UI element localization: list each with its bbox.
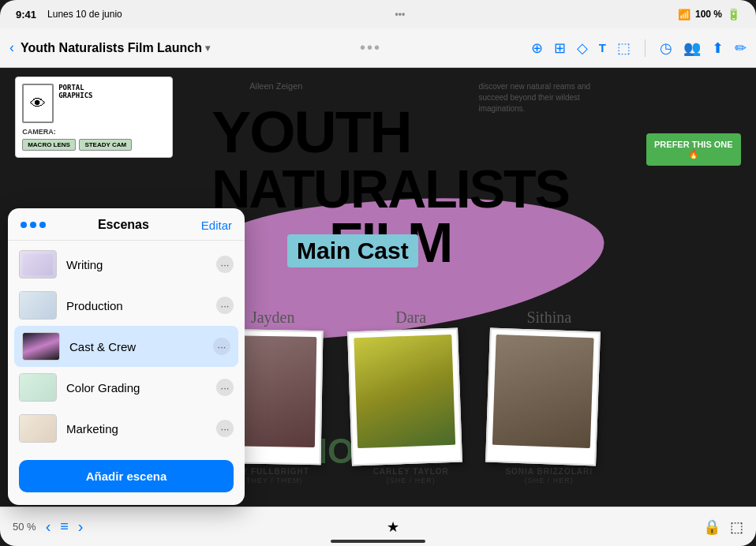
- scene-name-color: Color Grading: [66, 381, 207, 395]
- share-icon[interactable]: ⬆: [712, 39, 724, 57]
- prefer-note: PREFER THIS ONE 🔥: [646, 133, 741, 166]
- scene-item-color[interactable]: Color Grading ···: [8, 367, 245, 408]
- panel-edit-button[interactable]: Editar: [201, 219, 232, 232]
- shapes-icon[interactable]: ◇: [577, 39, 588, 57]
- toolbar-left: ‹ Youth Naturalists Film Launch ▾: [9, 39, 210, 56]
- figure-sketch: 👁: [22, 84, 54, 123]
- wifi-icon: 📶: [678, 9, 691, 21]
- title-naturalists: NAtURALISTS: [211, 162, 569, 215]
- panel-dot-1: [21, 222, 27, 228]
- toolbar: ‹ Youth Naturalists Film Launch ▾ ••• ⊕ …: [0, 28, 756, 68]
- steady-cam-tag: STEADY CAM: [79, 139, 132, 151]
- title-text: Youth Naturalists Film Launch: [21, 41, 202, 55]
- scene-name-writing: Writing: [66, 258, 207, 271]
- document-title[interactable]: Youth Naturalists Film Launch ▾: [21, 41, 210, 55]
- edit-pen-icon[interactable]: ✏: [735, 39, 747, 57]
- scene-more-cast[interactable]: ···: [213, 338, 230, 355]
- scene-thumbnail-production: [19, 291, 57, 320]
- ipad-frame: 9:41 Lunes 10 de junio ••• 📶 100 % 🔋 ‹ Y…: [0, 0, 756, 546]
- home-indicator: [331, 540, 425, 543]
- bottom-left: 50 % ‹ ≡ ›: [13, 518, 84, 536]
- scene-thumbnail-writing: [19, 250, 57, 279]
- scene-name-production: Production: [66, 299, 207, 312]
- battery-icon: 🔋: [727, 8, 740, 21]
- cast-name-3: SONIA BRIZZOLARI: [488, 467, 610, 476]
- main-cast-label: Main Cast: [287, 234, 418, 267]
- slide-panel: Escenas Editar Writing ··· Production: [8, 208, 245, 505]
- panel-dots[interactable]: [21, 222, 46, 228]
- panel-title: Escenas: [98, 218, 149, 232]
- layout-icon[interactable]: ⬚: [730, 518, 743, 536]
- status-center-dots: •••: [395, 9, 406, 20]
- cast-sig-2: Dara: [350, 309, 472, 327]
- zoom-level[interactable]: 50 %: [13, 521, 36, 533]
- scene-thumbnail-marketing: [19, 414, 57, 443]
- scene-more-color[interactable]: ···: [216, 379, 234, 396]
- polaroid-3: [485, 328, 601, 466]
- description-text: discover new natural reams and succeed b…: [478, 81, 604, 114]
- cast-sig-3: Sithina: [488, 309, 610, 327]
- table-icon[interactable]: ⊞: [554, 39, 566, 57]
- chevron-down-icon: ▾: [205, 43, 210, 54]
- status-left: 9:41 Lunes 10 de junio: [16, 9, 122, 21]
- scene-item-cast[interactable]: Cast & Crew ···: [14, 326, 238, 367]
- cast-pronouns-3: (SHE / HER): [488, 477, 610, 484]
- panel-header: Escenas Editar: [8, 208, 245, 241]
- people-icon[interactable]: 👥: [683, 39, 701, 57]
- cast-photo-3: Sithina SONIA BRIZZOLARI (SHE / HER): [488, 309, 610, 484]
- scene-more-marketing[interactable]: ···: [216, 420, 234, 437]
- portal-graphics-label: PORTALGRAPHICS: [58, 84, 92, 99]
- status-right: 📶 100 % 🔋: [678, 8, 740, 21]
- scene-item-writing[interactable]: Writing ···: [8, 244, 245, 285]
- cast-pronouns-2: (SHE / HER): [350, 477, 472, 484]
- scene-thumbnail-color: [19, 373, 57, 402]
- divider: [645, 39, 646, 57]
- scene-more-writing[interactable]: ···: [216, 256, 234, 273]
- image-icon[interactable]: ⬚: [617, 39, 631, 57]
- cast-photo-2: Dara CARLEY TAYLOR (SHE / HER): [350, 309, 472, 484]
- camera-label: CAMERA:: [22, 128, 166, 136]
- photo-inner-2: [354, 335, 456, 448]
- toolbar-center: •••: [360, 39, 381, 57]
- lock-icon[interactable]: 🔒: [703, 518, 720, 536]
- scene-name-marketing: Marketing: [66, 422, 207, 436]
- scene-list: Writing ··· Production ··· Cast & Crew ·…: [8, 241, 245, 452]
- macro-lens-tag: MACRO LENS: [22, 139, 76, 151]
- back-button[interactable]: ‹: [9, 39, 14, 56]
- panel-dot-2: [30, 222, 36, 228]
- scene-name-cast: Cast & Crew: [69, 340, 204, 353]
- scene-item-production[interactable]: Production ···: [8, 285, 245, 326]
- polaroid-2: [347, 328, 462, 466]
- cast-photos: Jayden TY FULLBRIGHT (THEY / THEM) Dara …: [211, 309, 756, 484]
- bottom-right: 🔒 ⬚: [703, 518, 743, 536]
- add-scene-button[interactable]: Añadir escena: [19, 460, 234, 492]
- bottom-center: ★: [387, 518, 399, 536]
- toolbar-dots: •••: [360, 39, 381, 57]
- list-view-icon[interactable]: ≡: [60, 518, 69, 535]
- battery-level: 100 %: [695, 9, 722, 20]
- star-icon[interactable]: ★: [387, 518, 399, 536]
- scene-thumbnail-cast: [22, 332, 60, 361]
- status-time: 9:41: [16, 9, 36, 21]
- camera-card: 👁 PORTALGRAPHICS CAMERA: MACRO LENS STEA…: [15, 77, 173, 158]
- add-circle-icon[interactable]: ⊕: [531, 39, 543, 57]
- prev-arrow[interactable]: ‹: [46, 518, 51, 536]
- text-icon[interactable]: T: [599, 41, 606, 54]
- toolbar-right: ⊕ ⊞ ◇ T ⬚ ◷ 👥 ⬆ ✏: [531, 39, 747, 57]
- scene-item-marketing[interactable]: Marketing ···: [8, 408, 245, 449]
- aileen-label: Aileen Zeigen: [249, 81, 302, 91]
- clock-icon[interactable]: ◷: [660, 39, 672, 57]
- cast-name-2: CARLEY TAYLOR: [350, 467, 472, 476]
- next-arrow[interactable]: ›: [78, 518, 84, 536]
- scene-more-production[interactable]: ···: [216, 297, 234, 314]
- panel-dot-3: [39, 222, 46, 228]
- status-bar: 9:41 Lunes 10 de junio ••• 📶 100 % 🔋: [0, 0, 756, 28]
- photo-inner-3: [492, 335, 594, 448]
- status-date: Lunes 10 de junio: [47, 9, 122, 20]
